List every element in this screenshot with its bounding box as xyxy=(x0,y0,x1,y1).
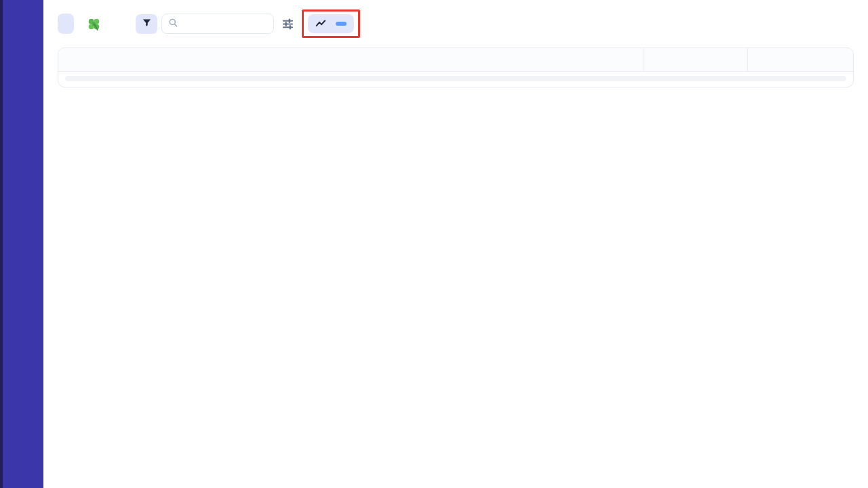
search-icon xyxy=(168,18,178,30)
adjustments-icon[interactable] xyxy=(281,18,294,30)
trend-line-icon xyxy=(315,18,326,30)
search-box xyxy=(161,14,274,34)
search-input[interactable] xyxy=(182,19,267,28)
main-content xyxy=(43,0,868,488)
sidebar xyxy=(0,0,43,488)
column-header-suite xyxy=(58,48,644,71)
page-header xyxy=(58,0,854,47)
table-bottom-scroll-track[interactable] xyxy=(65,76,846,81)
column-header-automated xyxy=(644,48,748,71)
column-header-percent xyxy=(748,48,853,71)
timeline-button[interactable] xyxy=(308,14,354,33)
back-to-analytics-button[interactable] xyxy=(58,14,74,34)
table-body xyxy=(58,72,853,74)
coverage-table xyxy=(58,47,854,87)
funnel-icon xyxy=(142,18,152,30)
table-header xyxy=(58,48,853,72)
beta-badge xyxy=(336,22,347,26)
filter-button[interactable] xyxy=(136,14,157,34)
timeline-annotation-box xyxy=(302,9,360,38)
clover-icon xyxy=(86,16,102,32)
